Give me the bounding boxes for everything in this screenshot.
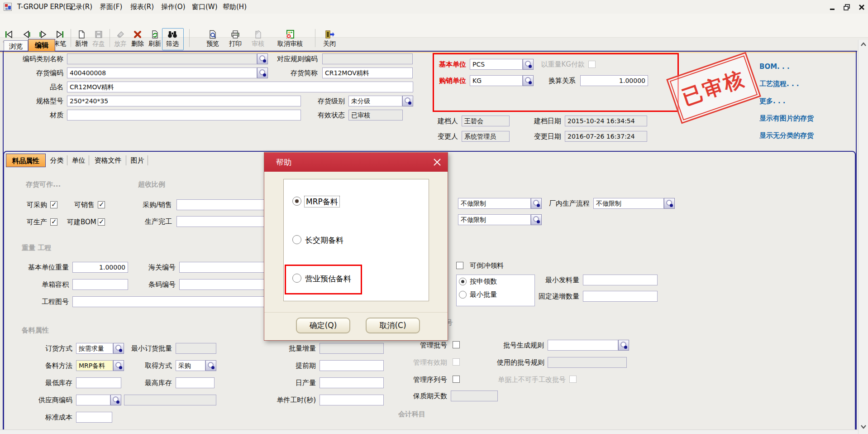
acquire-method-lookup-icon[interactable] <box>205 360 216 371</box>
std-cost-input[interactable] <box>76 412 112 423</box>
cancel-approve-button[interactable]: 取消审核 <box>272 29 309 48</box>
tab-edit[interactable]: 编辑 <box>28 39 55 51</box>
manage-expiry-checkbox[interactable] <box>453 358 460 366</box>
spec-input[interactable]: 250*240*35 <box>67 96 301 106</box>
trade-unit-lookup-icon[interactable] <box>523 75 534 86</box>
code-type-input[interactable] <box>67 53 257 64</box>
link-bom[interactable]: BOM. . . <box>759 63 790 71</box>
item-abbr-input[interactable]: CR12MOV精料 <box>322 68 413 78</box>
stock-method-input[interactable]: MRP备料 <box>76 360 113 371</box>
trade-unit-input[interactable]: KG <box>470 75 523 86</box>
link-more[interactable]: 更多. . . <box>759 97 786 106</box>
supplier-code-input[interactable] <box>76 395 110 405</box>
backflush-checkbox[interactable] <box>456 262 463 269</box>
conversion-input[interactable]: 1.00000 <box>580 75 648 86</box>
tab-browse[interactable]: 浏览 <box>4 40 28 51</box>
preview-button[interactable]: 预览 <box>203 29 223 48</box>
order-method-input[interactable]: 按需求量 <box>76 343 113 354</box>
option-long-leadtime-label[interactable]: 长交期备料 <box>305 235 343 245</box>
shelf-days-input[interactable] <box>451 391 498 401</box>
discard-button[interactable]: 放弃 <box>111 29 129 48</box>
level-input[interactable]: 未分级 <box>348 96 402 106</box>
new-button[interactable]: 新增 <box>72 29 91 48</box>
option-forecast-radio[interactable] <box>292 274 301 283</box>
horizontal-scrollbar[interactable] <box>0 429 858 434</box>
item-code-lookup-icon[interactable] <box>257 68 268 78</box>
filter-button[interactable]: 筛选 <box>162 29 182 48</box>
base-weight-input[interactable]: 1.00000 <box>72 262 128 273</box>
dialog-titlebar[interactable]: 帮助 <box>264 153 448 172</box>
no-manual-batch-checkbox[interactable] <box>569 376 577 383</box>
factory-flow-lookup-icon[interactable] <box>664 198 675 209</box>
manage-batch-checkbox[interactable] <box>453 341 460 348</box>
menu-window[interactable]: 窗口(W) <box>192 3 218 11</box>
batch-rule-lookup-icon[interactable] <box>618 340 629 351</box>
ok-button[interactable]: 确定(Q) <box>296 318 350 333</box>
can-bom-checkbox[interactable] <box>98 218 105 226</box>
dialog-close-button[interactable] <box>433 158 441 166</box>
option-long-leadtime-radio[interactable] <box>292 235 301 244</box>
menu-help[interactable]: 帮助(H) <box>223 3 247 11</box>
batch-rule-input[interactable] <box>548 340 618 351</box>
item-code-input[interactable]: 400400008 <box>67 68 257 78</box>
menu-record[interactable]: 记录(R) <box>69 3 92 11</box>
base-unit-lookup-icon[interactable] <box>523 59 534 70</box>
menu-operation[interactable]: 操作(O) <box>161 3 186 11</box>
item-name-input[interactable]: CR12MOV精料 <box>67 82 413 92</box>
option-mrp-label[interactable]: MRP备料 <box>305 197 339 207</box>
restriction-1-input[interactable]: 不做限制 <box>458 198 531 209</box>
option-forecast-label[interactable]: 营业预估备料 <box>305 274 351 284</box>
menu-tgroup-erp[interactable]: T-GROUP ERP(E) <box>17 3 73 11</box>
vertical-scrollbar[interactable] <box>858 40 868 434</box>
min-issue-input[interactable] <box>583 275 658 285</box>
unit-time-input[interactable] <box>320 395 384 405</box>
rule-code-input[interactable] <box>322 53 413 64</box>
pay-by-weight-checkbox[interactable] <box>588 61 596 68</box>
level-lookup-icon[interactable] <box>402 96 413 106</box>
scroll-down-icon[interactable] <box>860 424 867 429</box>
cancel-button[interactable]: 取消(C) <box>366 318 420 333</box>
can-produce-checkbox[interactable] <box>50 218 57 226</box>
min-order-batch-input[interactable] <box>176 343 216 354</box>
manage-serial-checkbox[interactable] <box>453 376 460 383</box>
material-input[interactable] <box>67 110 301 121</box>
box-volume-input[interactable] <box>72 279 128 290</box>
option-mrp-radio[interactable] <box>292 197 301 206</box>
window-restore-button[interactable] <box>842 3 852 11</box>
restriction-2-input[interactable]: 不做限制 <box>458 214 531 225</box>
link-show-unclassified[interactable]: 显示无分类的存货 <box>759 131 814 140</box>
stock-method-lookup-icon[interactable] <box>113 360 124 371</box>
issue-by-min-batch-radio[interactable] <box>459 291 467 299</box>
window-minimize-button[interactable] <box>827 3 837 11</box>
code-type-lookup-icon[interactable] <box>257 53 268 64</box>
factory-flow-input[interactable]: 不做限制 <box>593 198 664 209</box>
max-stock-input[interactable] <box>176 377 215 388</box>
subtab-unit[interactable]: 单位 <box>68 155 89 165</box>
min-stock-input[interactable] <box>76 377 121 388</box>
close-form-button[interactable]: 关闭 <box>320 29 339 48</box>
subtab-qualification-files[interactable]: 资格文件 <box>90 155 126 165</box>
save-button[interactable]: 存盘 <box>90 29 108 48</box>
issue-by-request-radio[interactable] <box>459 278 467 285</box>
restriction-1-lookup-icon[interactable] <box>531 198 542 209</box>
restriction-2-lookup-icon[interactable] <box>531 214 542 225</box>
fixed-increment-input[interactable] <box>583 291 658 302</box>
can-sale-checkbox[interactable] <box>98 201 105 208</box>
print-button[interactable]: 打印 <box>225 29 245 48</box>
menu-interface[interactable]: 界面(F) <box>100 3 122 11</box>
window-close-button[interactable] <box>857 3 867 11</box>
batch-increment-input[interactable] <box>320 343 384 354</box>
approve-button[interactable]: 审核 <box>248 29 268 48</box>
lead-time-input[interactable] <box>320 360 384 371</box>
refresh-button[interactable]: 刷新 <box>146 29 164 48</box>
link-process-flow[interactable]: 工艺流程. . . <box>759 80 799 88</box>
subtab-classification[interactable]: 分类 <box>47 155 67 165</box>
acquire-method-input[interactable]: 采购 <box>176 360 205 371</box>
link-show-with-images[interactable]: 显示有图片的存货 <box>759 114 814 123</box>
menu-report[interactable]: 报表(R) <box>130 3 154 11</box>
subtab-item-properties[interactable]: 料品属性 <box>6 154 46 167</box>
subtab-images[interactable]: 图片 <box>127 155 148 165</box>
supplier-code-lookup-icon[interactable] <box>110 395 121 405</box>
base-unit-input[interactable]: PCS <box>470 59 523 70</box>
scroll-up-icon[interactable] <box>860 42 867 47</box>
